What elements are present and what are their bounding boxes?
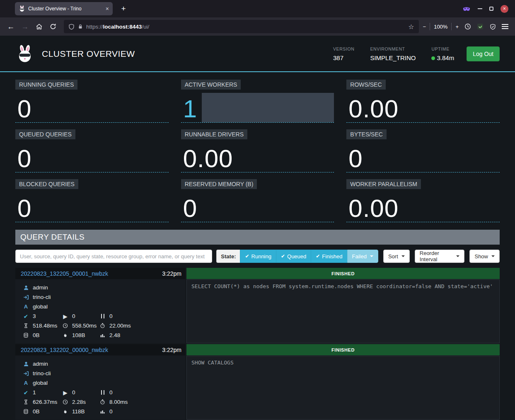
reload-icon[interactable] bbox=[46, 20, 60, 33]
bookmark-star-icon[interactable]: ☆ bbox=[408, 23, 414, 31]
caret-down-icon bbox=[491, 255, 495, 257]
resource-group-icon: A bbox=[23, 380, 29, 386]
show-dropdown[interactable]: Show bbox=[469, 250, 500, 263]
memory-icon bbox=[23, 409, 29, 414]
back-icon[interactable]: ← bbox=[4, 20, 17, 33]
stat-value: 0.00 bbox=[348, 196, 399, 221]
wall-time-value: 518.48ms bbox=[33, 323, 57, 329]
reorder-interval-dropdown[interactable]: Reorder Interval bbox=[415, 250, 465, 263]
zoom-in-button[interactable]: + bbox=[455, 24, 459, 30]
stat-tile-blocked-queries: BLOCKED QUERIES 0 bbox=[15, 178, 169, 222]
filter-running-button[interactable]: ✔ Running bbox=[240, 250, 276, 263]
query-details-header: QUERY DETAILS bbox=[15, 230, 500, 245]
window-minimize-button[interactable] bbox=[478, 8, 482, 9]
extension-mask-icon[interactable] bbox=[462, 6, 471, 12]
query-id-cell: 20220823_132205_00001_nwbzk 3:22pm bbox=[15, 268, 185, 279]
sparkline-area bbox=[202, 93, 334, 122]
history-clock-icon[interactable] bbox=[462, 21, 474, 32]
filter-queued-button[interactable]: ✔ Queued bbox=[276, 250, 311, 263]
cpu-time-icon bbox=[99, 323, 106, 328]
extension-icon[interactable] bbox=[474, 21, 486, 32]
check-icon: ✔ bbox=[245, 253, 249, 259]
new-tab-button[interactable]: + bbox=[118, 3, 129, 15]
environment-info: ENVIRONMENT SIMPLE_TRINO bbox=[370, 46, 416, 61]
stat-label: RUNNABLE DRIVERS bbox=[181, 129, 247, 139]
filter-failed-dropdown[interactable]: Failed bbox=[347, 250, 378, 263]
tracking-shield-icon[interactable] bbox=[68, 24, 75, 30]
parallelism-value: 2.48 bbox=[109, 332, 120, 338]
stat-tile-queued-queries: QUEUED QUERIES 0 bbox=[15, 129, 169, 172]
cluster-header: CLUSTER OVERVIEW VERSION 387 ENVIRONMENT… bbox=[15, 41, 500, 67]
query-resource-group: global bbox=[33, 303, 48, 310]
query-time: 3:22pm bbox=[162, 347, 181, 353]
stat-label: QUEUED QUERIES bbox=[15, 129, 75, 139]
cpu-time-icon bbox=[99, 399, 106, 405]
protection-shield-icon[interactable] bbox=[487, 21, 498, 32]
stat-value: 0 bbox=[17, 196, 31, 221]
query-sql: SELECT COUNT(*) as nodes FROM system.run… bbox=[186, 279, 500, 343]
stat-tile-reserved-memory: RESERVED MEMORY (B) 0 bbox=[181, 178, 334, 222]
wall-time-hourglass-icon bbox=[23, 323, 29, 328]
stat-tile-active-workers: ACTIVE WORKERS 1 bbox=[181, 79, 334, 123]
user-icon bbox=[23, 361, 29, 367]
stat-value: 0 bbox=[17, 146, 31, 171]
home-icon[interactable] bbox=[32, 20, 46, 33]
check-icon: ✔ bbox=[281, 253, 285, 259]
stat-label: ACTIVE WORKERS bbox=[181, 80, 241, 90]
query-info-panel: admin trino-cli A global ✔1 ▶0 0 626.37m… bbox=[15, 356, 185, 420]
stat-label: RUNNING QUERIES bbox=[15, 80, 77, 90]
memory-value: 0B bbox=[33, 332, 40, 338]
sort-dropdown[interactable]: Sort bbox=[383, 250, 410, 263]
queued-splits-icon bbox=[99, 314, 106, 318]
stat-tile-worker-parallelism: WORKER PARALLELISM 0.00 bbox=[346, 178, 500, 222]
running-splits-icon: ▶ bbox=[62, 389, 68, 396]
trino-logo-icon bbox=[15, 44, 34, 63]
version-value: 387 bbox=[333, 54, 354, 61]
window-maximize-button[interactable] bbox=[489, 7, 493, 11]
uptime-info: UPTIME 3.84m bbox=[431, 46, 454, 61]
stat-value: 0.00 bbox=[183, 146, 233, 171]
uptime-value: 3.84m bbox=[437, 54, 454, 61]
zoom-level[interactable]: 100% bbox=[434, 24, 447, 30]
query-card: 20220823_132205_00001_nwbzk 3:22pm FINIS… bbox=[15, 268, 500, 343]
stat-tile-runnable-drivers: RUNNABLE DRIVERS 0.00 bbox=[181, 129, 334, 172]
parallelism-value: 0 bbox=[109, 408, 113, 415]
query-sql: SHOW CATALOGS bbox=[186, 356, 500, 420]
close-icon: × bbox=[503, 6, 506, 11]
query-search-input[interactable] bbox=[15, 250, 212, 263]
forward-icon[interactable]: → bbox=[18, 20, 31, 33]
browser-tab[interactable]: Cluster Overview - Trino × bbox=[15, 2, 113, 15]
elapsed-time-value: 2.28s bbox=[72, 399, 86, 405]
query-status-bar: FINISHED bbox=[186, 268, 500, 279]
query-user: admin bbox=[33, 361, 48, 367]
queued-splits-icon bbox=[99, 390, 106, 395]
window-close-button[interactable]: × bbox=[500, 5, 508, 13]
query-source: trino-cli bbox=[33, 370, 51, 376]
menu-hamburger-icon[interactable] bbox=[499, 21, 511, 32]
stat-value: 0 bbox=[17, 97, 31, 121]
stat-label: WORKER PARALLELISM bbox=[346, 179, 421, 189]
running-splits-value: 0 bbox=[72, 313, 75, 319]
version-label: VERSION bbox=[333, 46, 354, 51]
completed-splits-icon: ✔ bbox=[23, 389, 29, 396]
user-icon bbox=[23, 285, 29, 291]
zoom-out-button[interactable]: − bbox=[423, 24, 426, 30]
page-title: CLUSTER OVERVIEW bbox=[42, 49, 135, 59]
url-bar[interactable]: https://localhost:8443/ui/ ☆ bbox=[64, 20, 419, 33]
separator bbox=[430, 23, 430, 30]
lock-icon[interactable] bbox=[77, 24, 83, 29]
query-id-link[interactable]: 20220823_132205_00001_nwbzk bbox=[21, 270, 108, 277]
query-id-link[interactable]: 20220823_132202_00000_nwbzk bbox=[21, 347, 108, 353]
filter-finished-button[interactable]: ✔ Finished bbox=[311, 250, 347, 263]
wall-time-hourglass-icon bbox=[23, 399, 29, 405]
url-path: /ui/ bbox=[142, 24, 149, 30]
running-splits-icon: ▶ bbox=[62, 313, 68, 320]
cumulative-memory-value: 108B bbox=[72, 332, 85, 338]
browser-titlebar: Cluster Overview - Trino × + × bbox=[0, 0, 515, 17]
caret-down-icon bbox=[370, 255, 373, 257]
query-status-label: FINISHED bbox=[331, 271, 355, 276]
tab-close-icon[interactable]: × bbox=[106, 5, 109, 12]
logout-button[interactable]: Log Out bbox=[467, 46, 500, 61]
memory-value: 0B bbox=[33, 408, 40, 415]
elapsed-time-value: 558.50ms bbox=[72, 323, 97, 329]
